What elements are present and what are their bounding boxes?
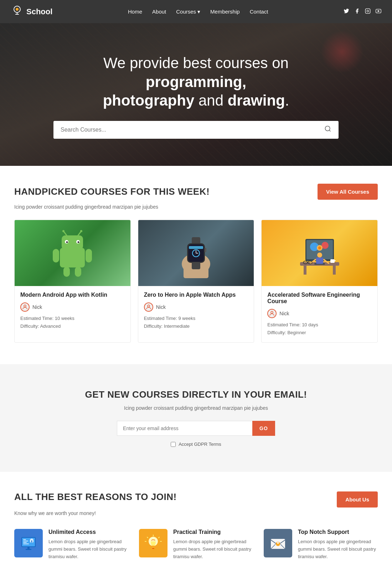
about-us-button[interactable]: About Us	[337, 491, 378, 508]
reason-description: Lemon drops apple pie gingerbread gummi …	[298, 538, 378, 560]
course-author: Nick	[267, 309, 372, 318]
svg-rect-60	[23, 541, 28, 541]
reason-item: Unlimited Access Lemon drops apple pie g…	[14, 529, 128, 560]
svg-rect-33	[192, 262, 200, 269]
brand-name: School	[26, 7, 52, 16]
nav-home[interactable]: Home	[128, 9, 142, 15]
svg-rect-38	[333, 266, 336, 275]
hero-content: We provide best courses on programming, …	[53, 54, 339, 139]
nav-courses[interactable]: Courses ▾	[176, 9, 200, 15]
svg-rect-62	[23, 544, 29, 544]
svg-line-73	[147, 537, 148, 538]
course-body: Accelerated Software Engineering Course …	[262, 286, 377, 342]
course-meta: Estimated Time: 10 days Difficulty: Begi…	[267, 321, 372, 337]
go-button[interactable]: GO	[252, 421, 275, 436]
svg-rect-4	[365, 9, 370, 13]
svg-rect-34	[205, 248, 206, 252]
course-card[interactable]: Modern Android App with Kotlin Nick Esti…	[14, 220, 131, 343]
twitter-icon[interactable]	[344, 8, 349, 15]
svg-point-7	[325, 126, 330, 131]
nav-membership[interactable]: Membership	[210, 9, 240, 15]
course-author: Nick	[144, 302, 248, 312]
svg-rect-51	[330, 259, 335, 263]
reason-text: Top Notch Support Lemon drops apple pie …	[298, 529, 378, 560]
gdpr-checkbox[interactable]	[171, 442, 176, 447]
course-card[interactable]: Zero to Hero in Apple Watch Apps Nick Es…	[138, 220, 254, 343]
svg-point-35	[148, 305, 150, 307]
search-bar	[53, 121, 339, 139]
avatar	[267, 309, 277, 318]
svg-point-14	[78, 241, 79, 243]
svg-rect-9	[60, 248, 85, 267]
reasons-section: ALL THE BEST REASONS TO JOIN! About Us K…	[0, 472, 392, 561]
estimated-time: Estimated Time: 9 weeks	[144, 315, 248, 322]
course-card[interactable]: Accelerated Software Engineering Course …	[261, 220, 378, 343]
instagram-icon[interactable]	[365, 8, 371, 15]
estimated-time: Estimated Time: 10 weeks	[20, 315, 125, 322]
nav-contact[interactable]: Contact	[250, 9, 268, 15]
nav-about[interactable]: About	[152, 9, 166, 15]
search-input[interactable]	[53, 121, 317, 139]
svg-rect-22	[75, 267, 81, 277]
course-meta: Estimated Time: 9 weeks Difficulty: Inte…	[144, 315, 248, 330]
author-name: Nick	[32, 304, 42, 310]
svg-marker-6	[378, 10, 380, 12]
svg-rect-37	[304, 266, 306, 275]
svg-rect-64	[26, 549, 31, 550]
reason-text: Unlimited Access Lemon drops apple pie g…	[48, 529, 128, 560]
navbar: School Home About Courses ▾ Membership C…	[0, 0, 392, 23]
search-button[interactable]	[317, 121, 339, 139]
course-image	[262, 220, 377, 286]
course-meta: Estimated Time: 10 weeks Difficulty: Adv…	[20, 315, 125, 330]
avatar	[20, 302, 30, 312]
reasons-grid: Unlimited Access Lemon drops apple pie g…	[14, 529, 378, 560]
section-header: HANDPICKED COURSES FOR THIS WEEK! View A…	[14, 184, 378, 200]
course-image	[138, 220, 254, 286]
section-title: HANDPICKED COURSES FOR THIS WEEK!	[14, 186, 210, 197]
email-section: GET NEW COURSES DIRECTLY IN YOUR EMAIL! …	[0, 364, 392, 472]
course-body: Zero to Hero in Apple Watch Apps Nick Es…	[138, 286, 254, 336]
reason-title: Top Notch Support	[298, 529, 378, 535]
course-title: Accelerated Software Engineering Course	[267, 292, 372, 305]
svg-point-13	[66, 241, 68, 243]
facebook-icon[interactable]	[354, 8, 360, 15]
unlimited-access-icon	[14, 529, 43, 557]
reasons-subtitle: Know why we are worth your money!	[14, 510, 378, 516]
difficulty: Difficulty: Beginner	[267, 329, 372, 337]
reasons-title-block: ALL THE BEST REASONS TO JOIN!	[14, 491, 177, 503]
author-name: Nick	[279, 311, 289, 316]
svg-point-56	[271, 311, 273, 313]
email-input[interactable]	[117, 421, 252, 436]
author-name: Nick	[156, 304, 166, 310]
avatar	[144, 302, 153, 312]
svg-rect-69	[151, 546, 155, 547]
svg-rect-70	[152, 547, 155, 548]
reason-description: Lemon drops apple pie gingerbread gummi …	[173, 538, 253, 560]
difficulty: Difficulty: Advanced	[20, 322, 125, 330]
reasons-title: ALL THE BEST REASONS TO JOIN!	[14, 491, 177, 503]
svg-rect-29	[189, 246, 203, 249]
brand-icon	[11, 4, 24, 19]
chevron-down-icon: ▾	[197, 9, 200, 15]
gdpr-label: Accept GDPR Terms	[179, 442, 221, 447]
svg-rect-61	[23, 542, 27, 543]
practical-training-icon	[139, 529, 167, 557]
section-subtitle: Icing powder croissant pudding gingerbre…	[14, 204, 378, 210]
difficulty: Difficulty: Intermediate	[144, 322, 248, 330]
course-author: Nick	[20, 302, 125, 312]
svg-point-48	[318, 246, 321, 249]
svg-rect-71	[152, 548, 154, 549]
svg-rect-20	[86, 249, 92, 262]
youtube-icon[interactable]	[376, 8, 381, 15]
view-all-courses-button[interactable]: View All Courses	[318, 184, 378, 200]
courses-grid: Modern Android App with Kotlin Nick Esti…	[14, 220, 378, 343]
svg-line-74	[159, 537, 159, 538]
reason-text: Practical Training Lemon drops apple pie…	[173, 529, 253, 560]
brand[interactable]: School	[11, 4, 52, 19]
reason-description: Lemon drops apple pie gingerbread gummi …	[48, 538, 128, 560]
email-title: GET NEW COURSES DIRECTLY IN YOUR EMAIL!	[14, 389, 378, 400]
svg-rect-59	[23, 539, 26, 540]
email-subtitle: Icing powder croissant pudding gingerbre…	[14, 405, 378, 411]
svg-rect-19	[53, 249, 59, 262]
reason-title: Unlimited Access	[48, 529, 128, 535]
